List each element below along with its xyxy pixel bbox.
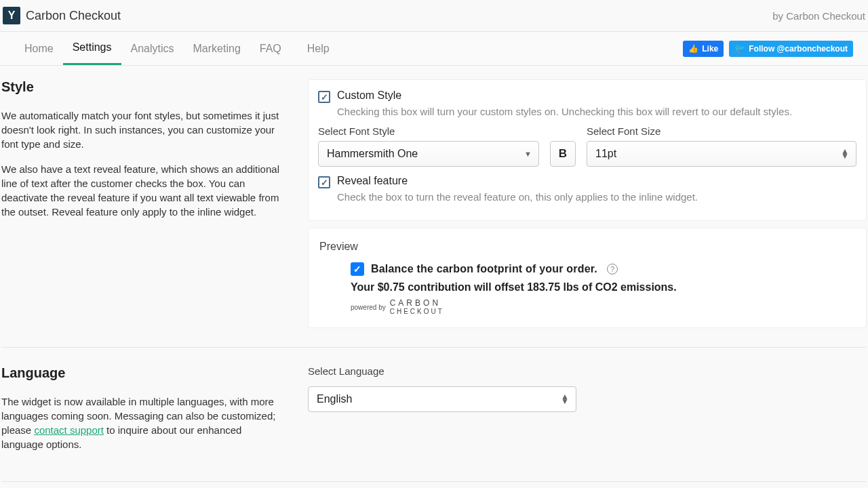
font-size-value: 11pt [595, 148, 616, 160]
brand-line1: CARBON [390, 298, 441, 308]
font-size-field-label: Select Font Size [587, 125, 856, 137]
tab-analytics[interactable]: Analytics [121, 33, 184, 64]
style-heading: Style [1, 79, 286, 95]
bold-label: B [559, 147, 567, 161]
app-title: Carbon Checkout [26, 9, 121, 23]
brand-logo: CARBON CHECKOUT [390, 299, 444, 315]
topbar: Y Carbon Checkout by Carbon Checkout [0, 0, 868, 32]
social-buttons: 👍 Like 🐦 Follow @carboncheckout [683, 34, 853, 64]
powered-by-label: powered by [351, 304, 386, 311]
fb-like-label: Like [702, 44, 718, 54]
chevron-down-icon: ▼ [524, 150, 532, 158]
language-select-label: Select Language [308, 365, 867, 377]
powered-by: powered by CARBON CHECKOUT [351, 299, 855, 315]
tab-help[interactable]: Help [298, 33, 339, 64]
language-heading: Language [1, 365, 286, 381]
tab-marketing[interactable]: Marketing [184, 33, 250, 64]
tab-faq[interactable]: FAQ [250, 33, 291, 64]
style-desc-2: We also have a text reveal feature, whic… [1, 162, 286, 219]
font-style-select[interactable]: Hammersmith One ▼ [318, 141, 539, 167]
tw-follow-label: Follow @carboncheckout [749, 44, 848, 54]
style-controls-panel: Custom Style Checking this box will turn… [308, 79, 867, 221]
tab-settings[interactable]: Settings [63, 32, 121, 65]
brand-line2: CHECKOUT [390, 308, 444, 315]
custom-style-checkbox[interactable] [318, 91, 330, 103]
thumbs-up-icon: 👍 [688, 44, 698, 54]
language-desc: The widget is now available in multiple … [1, 394, 286, 451]
section-style: Style We automatically match your font s… [1, 79, 867, 348]
language-value: English [317, 393, 352, 405]
custom-style-label: Custom Style [337, 89, 401, 102]
stepper-icon: ▲▼ [561, 394, 569, 404]
twitter-follow-button[interactable]: 🐦 Follow @carboncheckout [729, 41, 853, 57]
preview-sub-text: Your $0.75 contribution will offset 183.… [351, 281, 855, 293]
font-size-select[interactable]: 11pt ▲▼ [587, 141, 856, 167]
facebook-like-button[interactable]: 👍 Like [683, 41, 724, 57]
preview-panel: Preview Balance the carbon footprint of … [308, 228, 867, 328]
preview-main-text: Balance the carbon footprint of your ord… [371, 263, 597, 275]
reveal-feature-desc: Check the box to turn the reveal feature… [337, 191, 856, 203]
tab-home[interactable]: Home [15, 33, 63, 64]
stepper-icon: ▲▼ [841, 149, 849, 159]
custom-style-desc: Checking this box will turn your custom … [337, 106, 856, 117]
language-select[interactable]: English ▲▼ [308, 386, 576, 412]
contact-support-link[interactable]: contact support [34, 424, 104, 436]
font-style-field-label: Select Font Style [318, 125, 539, 137]
preview-heading: Preview [319, 241, 855, 253]
help-icon[interactable]: ? [607, 264, 618, 274]
reveal-feature-checkbox[interactable] [318, 176, 330, 188]
preview-checkbox[interactable] [351, 262, 364, 276]
navbar: Home Settings Analytics Marketing FAQ He… [0, 32, 868, 66]
style-desc-1: We automatically match your font styles,… [1, 108, 286, 151]
reveal-feature-label: Reveal feature [337, 175, 408, 187]
section-language: Language The widget is now available in … [1, 365, 867, 482]
bold-toggle-button[interactable]: B [550, 141, 576, 167]
byline: by Carbon Checkout [772, 10, 867, 22]
twitter-icon: 🐦 [734, 43, 745, 54]
font-style-value: Hammersmith One [327, 148, 418, 160]
app-logo: Y [3, 7, 20, 24]
